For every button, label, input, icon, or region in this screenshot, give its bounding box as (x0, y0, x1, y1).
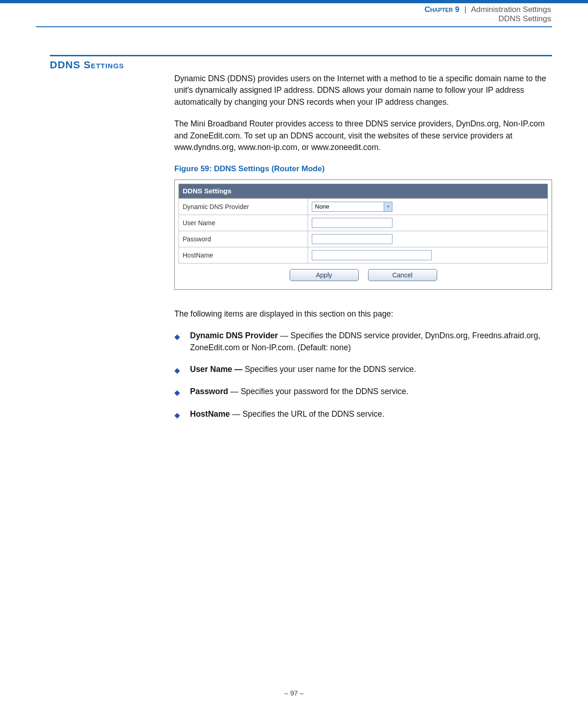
label-provider: Dynamic DNS Provider (179, 198, 308, 215)
item-sep: — (278, 331, 291, 340)
label-username: User Name (179, 215, 308, 231)
page-footer: – 97 – (0, 689, 588, 697)
chapter-label: Chapter 9 (424, 5, 459, 14)
figure-ddns-settings: DDNS Settings Dynamic DNS Provider None (174, 180, 552, 290)
item-sep: — (230, 409, 243, 419)
hostname-input[interactable] (312, 250, 432, 260)
row-password: Password (179, 231, 548, 247)
row-hostname: HostName (179, 247, 548, 264)
row-provider: Dynamic DNS Provider None (179, 198, 548, 215)
list-item: ◆ HostName — Specifies the URL of the DD… (174, 408, 552, 420)
item-term: Password (190, 387, 228, 396)
diamond-bullet-icon: ◆ (174, 387, 180, 398)
item-desc: Specifies your user name for the DDNS se… (245, 365, 416, 374)
provider-select-value: None (312, 203, 384, 211)
item-term: HostName (190, 409, 230, 419)
password-input[interactable] (312, 234, 392, 244)
label-password: Password (179, 231, 308, 247)
page-header: Chapter 9 | Administration Settings DDNS… (0, 3, 588, 24)
section-heading: DDNS Settings (36, 59, 174, 71)
row-username: User Name (179, 215, 548, 231)
list-item: ◆ User Name — Specifies your user name f… (174, 364, 552, 376)
diamond-bullet-icon: ◆ (174, 331, 180, 354)
apply-button[interactable]: Apply (290, 269, 359, 281)
diamond-bullet-icon: ◆ (174, 365, 180, 376)
item-list: ◆ Dynamic DNS Provider — Specifies the D… (174, 330, 552, 420)
cancel-button[interactable]: Cancel (368, 269, 437, 281)
settings-table: Dynamic DNS Provider None User Name (178, 198, 548, 264)
item-term: Dynamic DNS Provider (190, 331, 278, 340)
intro-paragraph-1: Dynamic DNS (DDNS) provides users on the… (174, 73, 552, 108)
item-desc: Specifies the URL of the DDNS service. (243, 409, 385, 419)
list-item: ◆ Password — Specifies your password for… (174, 386, 552, 398)
chevron-down-icon (384, 202, 392, 211)
figure-caption: Figure 59: DDNS Settings (Router Mode) (174, 163, 552, 175)
list-item: ◆ Dynamic DNS Provider — Specifies the D… (174, 330, 552, 354)
header-separator: | (464, 5, 466, 14)
section-rule (50, 55, 552, 56)
item-term: User Name — (190, 365, 245, 374)
item-desc: Specifies your password for the DDNS ser… (241, 387, 409, 396)
label-hostname: HostName (179, 247, 308, 264)
username-input[interactable] (312, 218, 392, 228)
item-sep: — (228, 387, 241, 396)
intro-paragraph-2: The Mini Broadband Router provides acces… (174, 118, 552, 153)
top-accent-bar (0, 0, 588, 3)
panel-title: DDNS Settings (178, 184, 548, 198)
diamond-bullet-icon: ◆ (174, 410, 180, 420)
header-subtitle: DDNS Settings (0, 14, 551, 24)
list-intro: The following items are displayed in thi… (174, 308, 552, 320)
chapter-title: Administration Settings (471, 5, 551, 14)
provider-select[interactable]: None (312, 202, 392, 212)
